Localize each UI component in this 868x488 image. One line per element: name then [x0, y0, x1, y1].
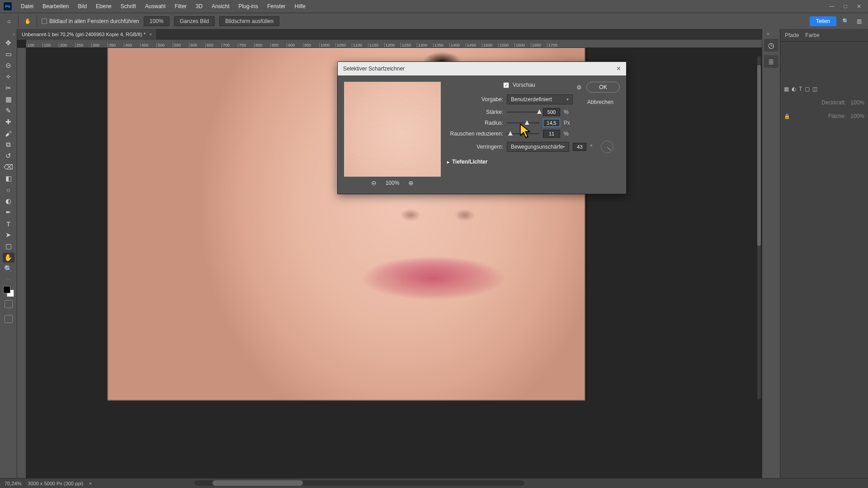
properties-panel-icon[interactable]: ≣: [764, 55, 778, 68]
dialog-settings-icon[interactable]: ⚙: [576, 84, 582, 91]
dialog-close-button[interactable]: ×: [617, 65, 621, 73]
filter-type-icon[interactable]: T: [799, 86, 802, 92]
filter-pixel-icon[interactable]: ▦: [784, 86, 789, 92]
menu-filter[interactable]: Filter: [170, 3, 191, 9]
preset-label: Vorgabe:: [447, 96, 503, 103]
fill-value[interactable]: 100%: [850, 113, 864, 119]
frame-tool[interactable]: ▦: [3, 94, 14, 104]
canvas-scrollbar-vertical[interactable]: [757, 56, 761, 399]
preset-dropdown[interactable]: Benutzerdefiniert ▾: [507, 94, 573, 104]
filter-shape-icon[interactable]: ▢: [805, 86, 810, 92]
ok-button[interactable]: OK: [586, 82, 620, 93]
edit-toolbar-icon[interactable]: ⋯: [6, 277, 11, 282]
menu-file[interactable]: Datei: [16, 3, 38, 9]
window-restore-button[interactable]: □: [840, 3, 851, 9]
window-minimize-button[interactable]: —: [826, 3, 837, 9]
eyedropper-tool[interactable]: ✎: [3, 106, 14, 116]
gradient-tool[interactable]: ◧: [3, 174, 14, 183]
pen-tool[interactable]: ✒: [3, 207, 14, 217]
menu-edit[interactable]: Bearbeiten: [38, 3, 73, 9]
status-scrollbar[interactable]: [194, 480, 524, 486]
zoom-in-icon[interactable]: ⊕: [408, 179, 414, 187]
fit-screen-button[interactable]: Ganzes Bild: [174, 16, 215, 26]
blend-mode-dropdown[interactable]: [784, 99, 817, 106]
filter-adjustment-icon[interactable]: ◐: [792, 86, 796, 92]
path-selection-tool[interactable]: ➤: [3, 230, 14, 240]
shape-tool[interactable]: ▢: [3, 241, 14, 251]
magic-wand-tool[interactable]: ✧: [3, 72, 14, 82]
menu-window[interactable]: Fenster: [263, 3, 290, 9]
color-tab[interactable]: Farbe: [805, 32, 819, 38]
menu-image[interactable]: Bild: [73, 3, 91, 9]
radius-label: Radius:: [447, 120, 503, 126]
noise-input[interactable]: 11: [543, 130, 560, 138]
paths-tab[interactable]: Pfade: [785, 32, 799, 38]
history-panel-icon[interactable]: ◷: [764, 39, 778, 52]
dock-collapse-icon[interactable]: «: [767, 31, 769, 36]
radius-input[interactable]: 14,5: [543, 119, 560, 127]
color-swatch[interactable]: [3, 286, 14, 297]
history-brush-tool[interactable]: ↺: [3, 151, 14, 161]
remove-dropdown[interactable]: Bewegungsunschärfe ▾: [507, 142, 569, 152]
amount-input[interactable]: 500: [543, 108, 560, 116]
scroll-all-windows-checkbox[interactable]: Bildlauf in allen Fenstern durchführen: [42, 18, 139, 24]
document-tab[interactable]: Unbenannt-1 bei 70,2% (girl-2406963 Kopi…: [17, 29, 157, 40]
foreground-color-swatch[interactable]: [3, 286, 10, 293]
amount-slider[interactable]: [507, 109, 539, 115]
angle-dial[interactable]: [601, 141, 613, 153]
menu-layer[interactable]: Ebene: [91, 3, 116, 9]
document-tab-close-icon[interactable]: ×: [149, 32, 152, 37]
vertical-ruler[interactable]: [17, 48, 26, 478]
lasso-tool[interactable]: ⊝: [3, 61, 14, 70]
clone-stamp-tool[interactable]: ⧉: [3, 140, 14, 150]
screen-mode-button[interactable]: [5, 315, 13, 323]
hand-tool-icon[interactable]: ✋: [23, 17, 32, 26]
status-disclosure-icon[interactable]: ▸: [90, 480, 92, 486]
shadows-highlights-disclosure[interactable]: ▸ Tiefen/Lichter: [447, 159, 620, 165]
fill-screen-button[interactable]: Bildschirm ausfüllen: [219, 16, 279, 26]
type-tool[interactable]: T: [3, 219, 14, 229]
menu-help[interactable]: Hilfe: [290, 3, 310, 9]
move-tool[interactable]: ✥: [3, 38, 14, 48]
layer-lock-row: 🔒 Fläche: 100%: [780, 109, 868, 123]
menu-3d[interactable]: 3D: [191, 3, 207, 9]
dodge-tool[interactable]: ◐: [3, 196, 14, 206]
hand-tool[interactable]: ✋: [3, 253, 14, 263]
marquee-tool[interactable]: ▭: [3, 49, 14, 59]
home-icon[interactable]: ⌂: [5, 17, 14, 26]
filter-smart-icon[interactable]: ◫: [812, 86, 817, 92]
angle-input[interactable]: 43: [573, 143, 586, 151]
dialog-titlebar[interactable]: Selektiver Scharfzeichner ×: [338, 62, 626, 75]
noise-label: Rauschen reduzieren:: [447, 131, 503, 137]
window-close-button[interactable]: ✕: [854, 3, 864, 9]
blur-tool[interactable]: ○: [3, 185, 14, 195]
healing-brush-tool[interactable]: ✚: [3, 117, 14, 127]
status-doc-info[interactable]: 3000 x 5000 Px (300 ppi): [28, 481, 83, 486]
collapsed-panel-dock: « ◷ ≣: [762, 29, 780, 478]
search-icon[interactable]: 🔍: [841, 17, 850, 26]
share-button[interactable]: Teilen: [810, 16, 836, 26]
menu-type[interactable]: Schrift: [116, 3, 141, 9]
menu-select[interactable]: Auswahl: [141, 3, 170, 9]
eraser-tool[interactable]: ⌫: [3, 162, 14, 172]
radius-slider[interactable]: [507, 120, 539, 126]
brush-tool[interactable]: 🖌: [3, 128, 14, 138]
zoom-100-button[interactable]: 100%: [144, 16, 170, 26]
status-zoom[interactable]: 70,24%: [5, 481, 21, 486]
zoom-out-icon[interactable]: ⊖: [371, 179, 377, 187]
crop-tool[interactable]: ✂: [3, 83, 14, 93]
workspace-switcher-icon[interactable]: ▥: [854, 17, 863, 26]
opacity-value[interactable]: 100%: [850, 99, 864, 106]
menu-plugins[interactable]: Plug-ins: [234, 3, 263, 9]
horizontal-ruler[interactable]: 1001502002503003504004505005506006507007…: [26, 40, 762, 48]
toolbar-collapse-icon[interactable]: »: [12, 32, 15, 37]
shadows-highlights-label: Tiefen/Lichter: [452, 159, 487, 165]
menu-view[interactable]: Ansicht: [207, 3, 234, 9]
lock-all-icon[interactable]: 🔒: [784, 113, 790, 119]
zoom-tool[interactable]: 🔍: [3, 264, 14, 274]
preview-checkbox[interactable]: ✓: [503, 82, 509, 88]
cancel-button[interactable]: Abbrechen: [581, 97, 620, 107]
noise-slider[interactable]: [507, 131, 539, 137]
quick-mask-button[interactable]: [5, 300, 13, 308]
dialog-preview-image[interactable]: [344, 82, 441, 177]
